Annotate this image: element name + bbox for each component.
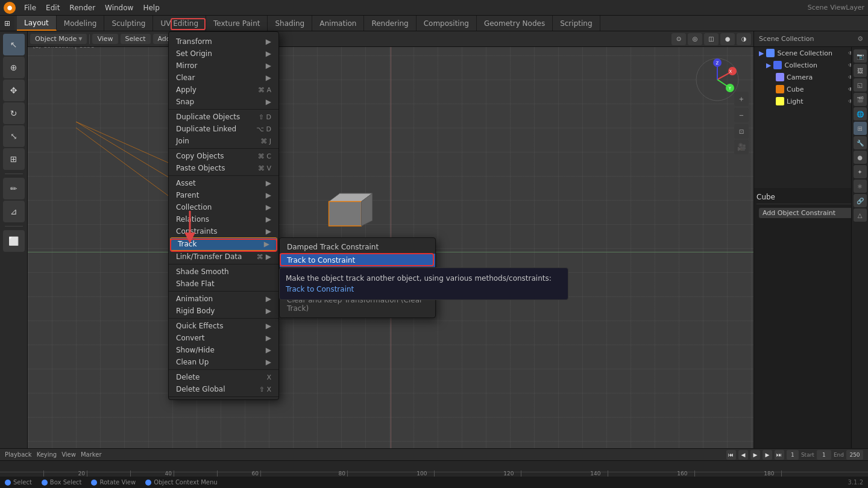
menu-quick-effects[interactable]: Quick Effects ▶ (169, 320, 278, 332)
prop-world-icon[interactable]: 🌐 (854, 107, 867, 120)
skip-start-btn[interactable]: ⏮ (726, 450, 736, 460)
menu-duplicate-linked[interactable]: Duplicate Linked ⌥ D (169, 123, 278, 135)
viewport-overlay-btn[interactable]: ◎ (688, 33, 702, 45)
prop-output-icon[interactable]: 🖼 (854, 64, 867, 77)
viewport-xray-btn[interactable]: ◫ (704, 33, 719, 45)
menu-clear[interactable]: Clear ▶ (169, 72, 278, 84)
menu-parent[interactable]: Parent ▶ (169, 189, 278, 201)
transform-tool[interactable]: ⊞ (3, 148, 25, 170)
select-btn[interactable]: Select (121, 34, 151, 44)
end-frame[interactable]: 250 (846, 450, 863, 460)
menu-apply[interactable]: Apply ⌘ A (169, 84, 278, 96)
menu-link-transfer[interactable]: Link/Transfer Data ⌘ ▶ (169, 251, 278, 263)
menu-mirror[interactable]: Mirror ▶ (169, 60, 278, 72)
tab-uv-editing[interactable]: UV Editing (153, 16, 206, 31)
prop-object-icon[interactable]: ⊞ (854, 122, 867, 135)
prop-render-icon[interactable]: 📷 (854, 49, 867, 63)
skip-end-btn[interactable]: ⏭ (775, 450, 784, 460)
menu-convert[interactable]: Convert ▶ (169, 332, 278, 344)
add-cube-tool[interactable]: ⬜ (3, 230, 25, 252)
menu-constraints[interactable]: Constraints ▶ (169, 225, 278, 237)
current-frame[interactable]: 1 (787, 450, 799, 460)
menu-edit[interactable]: Edit (41, 2, 64, 13)
view-btn[interactable]: View (92, 34, 118, 44)
prop-scene-icon[interactable]: 🎬 (854, 93, 867, 106)
move-tool[interactable]: ✥ (3, 80, 25, 101)
menu-help[interactable]: Help (138, 2, 164, 13)
menu-relations[interactable]: Relations ▶ (169, 213, 278, 225)
menu-render[interactable]: Render (64, 2, 100, 13)
cube-object[interactable] (317, 188, 389, 242)
view-timeline-btn[interactable]: View (61, 451, 76, 458)
menu-file[interactable]: File (19, 2, 41, 13)
object-mode-dropdown[interactable]: Object Mode ▼ (30, 34, 87, 44)
prop-particles-icon[interactable]: ✦ (854, 165, 867, 178)
menu-transform[interactable]: Transform ▶ (169, 36, 278, 48)
scale-tool[interactable]: ⤡ (3, 125, 25, 147)
tab-rendering[interactable]: Rendering (364, 16, 416, 31)
viewport-shading-btn[interactable]: ⊙ (671, 33, 686, 45)
tooltip-link[interactable]: Track to Constraint (286, 285, 354, 293)
menu-delete-global[interactable]: Delete Global ⇧ X (169, 383, 278, 395)
menu-rigid-body[interactable]: Rigid Body ▶ (169, 305, 278, 317)
viewport-shading-solid[interactable]: ● (720, 33, 735, 45)
cursor-tool[interactable]: ⊕ (3, 57, 25, 78)
tab-layout[interactable]: Layout (17, 16, 57, 31)
status-box-label: Box Select (50, 479, 82, 486)
menu-delete[interactable]: Delete X (169, 371, 278, 383)
prop-physics-icon[interactable]: ⚛ (854, 180, 867, 193)
next-frame-btn[interactable]: ▶ (763, 450, 772, 460)
camera-view-btn[interactable]: 🎥 (734, 140, 749, 154)
tab-animation[interactable]: Animation (312, 16, 364, 31)
prop-data-icon[interactable]: △ (854, 208, 867, 222)
timeline-ruler[interactable]: 20 40 60 80 100 120 140 160 180 (0, 461, 868, 477)
add-constraint-dropdown[interactable]: Add Object Constraint ▼ (759, 208, 863, 218)
tab-texture-paint[interactable]: Texture Paint (206, 16, 268, 31)
menu-snap[interactable]: Snap ▶ (169, 96, 278, 108)
menu-asset[interactable]: Asset ▶ (169, 177, 278, 189)
tab-compositing[interactable]: Compositing (417, 16, 477, 31)
tab-scripting[interactable]: Scripting (553, 16, 600, 31)
measure-tool[interactable]: ⊿ (3, 201, 25, 222)
menu-join[interactable]: Join ⌘ J (169, 135, 278, 147)
marker-btn[interactable]: Marker (81, 451, 102, 458)
menu-shade-flat[interactable]: Shade Flat (169, 278, 278, 290)
menu-show-hide[interactable]: Show/Hide ▶ (169, 344, 278, 356)
prop-view-layer-icon[interactable]: ◱ (854, 78, 867, 92)
menu-set-origin[interactable]: Set Origin ▶ (169, 48, 278, 60)
menu-track[interactable]: Track ▶ (170, 237, 277, 251)
menu-collection[interactable]: Collection ▶ (169, 201, 278, 213)
menu-animation[interactable]: Animation ▶ (169, 293, 278, 305)
playback-btn[interactable]: Playback (5, 451, 32, 458)
prop-modifier-icon[interactable]: 🔧 (854, 136, 867, 149)
menu-shade-smooth[interactable]: Shade Smooth (169, 266, 278, 278)
menu-paste-objects[interactable]: Paste Objects ⌘ V (169, 162, 278, 174)
prop-constraints-icon[interactable]: 🔗 (854, 194, 867, 207)
tab-shading[interactable]: Shading (268, 16, 312, 31)
prev-frame-btn[interactable]: ◀ (738, 450, 748, 460)
scene-label: Scene (808, 4, 828, 11)
annotate-tool[interactable]: ✏ (3, 178, 25, 199)
menu-copy-objects[interactable]: Copy Objects ⌘ C (169, 150, 278, 162)
select-tool[interactable]: ↖ (3, 34, 25, 55)
zoom-fit-btn[interactable]: ⊡ (734, 124, 749, 139)
zoom-out-btn[interactable]: − (734, 108, 749, 122)
menu-duplicate-objects[interactable]: Duplicate Objects ⇧ D (169, 111, 278, 123)
viewport-shading-mat[interactable]: ◑ (737, 33, 751, 45)
tab-geometry-nodes[interactable]: Geometry Nodes (477, 16, 553, 31)
zoom-in-btn[interactable]: + (734, 92, 749, 106)
outliner-filter[interactable]: ⚙ (857, 35, 863, 43)
menu-clean-up[interactable]: Clean Up ▶ (169, 356, 278, 368)
submenu-damped-track[interactable]: Damped Track Constraint (280, 240, 435, 254)
menu-window[interactable]: Window (100, 2, 138, 13)
submenu-track-to-constraint[interactable]: Track to Constraint (280, 254, 435, 267)
rotate-tool[interactable]: ↻ (3, 102, 25, 124)
constraints-arrow: ▶ (266, 227, 271, 236)
mode-selector[interactable]: ⊞ (0, 16, 14, 31)
play-btn[interactable]: ▶ (750, 450, 760, 460)
start-frame[interactable]: 1 (817, 450, 831, 460)
tab-sculpting[interactable]: Sculpting (104, 16, 153, 31)
tab-modeling[interactable]: Modeling (57, 16, 105, 31)
keying-btn[interactable]: Keying (37, 451, 57, 458)
prop-shader-icon[interactable]: ● (854, 151, 867, 164)
